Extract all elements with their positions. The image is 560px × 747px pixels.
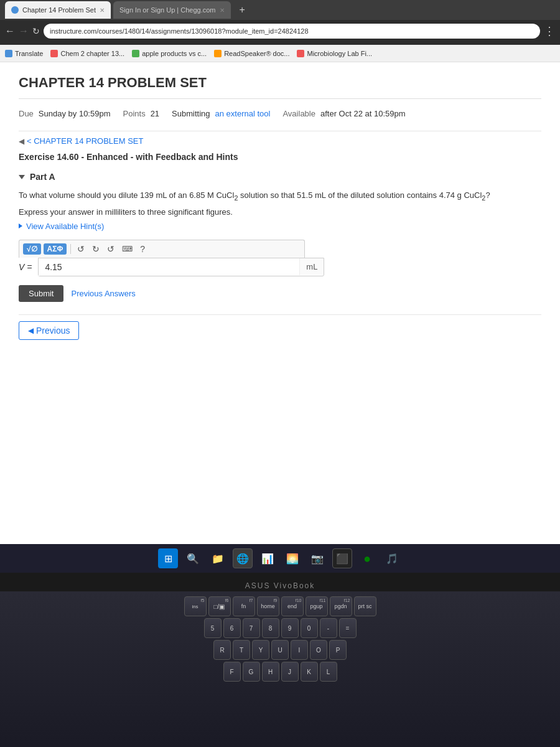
key-g[interactable]: G	[243, 662, 260, 682]
part-label: Part A	[30, 172, 55, 182]
math-toolbar-btn[interactable]: √∅	[23, 243, 41, 255]
taskbar-terminal-icon[interactable]: ⬛	[332, 548, 352, 568]
key-minus[interactable]: -	[320, 618, 337, 638]
key-r[interactable]: R	[213, 640, 231, 660]
key-pgdn[interactable]: pgdnf12	[330, 596, 352, 616]
taskbar-browser-icon[interactable]: 🌐	[233, 548, 253, 568]
fn-key-row: insf5 f6□/▣ f7fn homef9 endf10 pgupf11 p…	[6, 596, 554, 616]
view-hints[interactable]: View Available Hint(s)	[19, 222, 541, 231]
tab-label-chegg: Sign In or Sign Up | Chegg.com	[119, 6, 216, 14]
help-btn[interactable]: ?	[138, 243, 147, 255]
key-j[interactable]: J	[281, 662, 299, 682]
key-7[interactable]: 7	[243, 618, 260, 638]
key-home[interactable]: homef9	[257, 596, 279, 616]
key-prt[interactable]: prt sc	[354, 596, 376, 616]
menu-button[interactable]: ⋮	[544, 24, 555, 38]
tab-new[interactable]: +	[233, 1, 251, 19]
keyboard-icon-btn[interactable]: ⌨	[119, 243, 135, 255]
bookmark-chem[interactable]: Chem 2 chapter 13...	[50, 50, 124, 57]
taskbar-camera-icon[interactable]: 📷	[307, 548, 327, 568]
bookmark-translate-label: Translate	[15, 50, 43, 57]
submitting-item: Submitting an external tool	[172, 109, 270, 118]
qwerty-row1: R T Y U I O P	[6, 640, 554, 660]
taskbar-photo-icon[interactable]: 🌅	[282, 548, 302, 568]
tab-chapter14[interactable]: Chapter 14 Problem Set ✕	[5, 1, 111, 19]
key-f[interactable]: F	[223, 662, 241, 682]
answer-toolbar: √∅ AΣΦ ↺ ↻ ↺ ⌨ ?	[19, 240, 305, 258]
taskbar-windows-icon[interactable]: ⊞	[158, 548, 178, 568]
key-0[interactable]: 0	[301, 618, 318, 638]
answer-row: V = mL	[19, 258, 541, 276]
key-p[interactable]: P	[329, 640, 347, 660]
address-bar[interactable]: instructure.com/courses/1480/14/assignme…	[44, 24, 540, 39]
due-label: Due	[19, 109, 34, 118]
speaker-icon	[214, 50, 222, 57]
points-label: Points	[123, 109, 146, 118]
bookmark-readspeaker[interactable]: ReadSpeaker® doc...	[214, 50, 289, 57]
bookmark-translate[interactable]: Translate	[5, 50, 43, 57]
taskbar-chrome-icon[interactable]: ●	[357, 548, 377, 568]
key-5[interactable]: 5	[204, 618, 222, 638]
key-end[interactable]: endf10	[281, 596, 304, 616]
key-f6[interactable]: f6□/▣	[208, 596, 231, 616]
sigma-toolbar-btn[interactable]: AΣΦ	[44, 243, 67, 255]
part-section: Part A To what volume should you dilute …	[19, 172, 541, 302]
key-6[interactable]: 6	[223, 618, 241, 638]
question-text: To what volume should you dilute 139 mL …	[19, 189, 529, 204]
keyboard: insf5 f6□/▣ f7fn homef9 endf10 pgupf11 p…	[0, 591, 560, 747]
bookmark-readspeaker-label: ReadSpeaker® doc...	[224, 50, 289, 57]
asus-vivobook-label: ASUS VivoBook	[245, 581, 315, 590]
key-h[interactable]: H	[262, 662, 279, 682]
key-i[interactable]: I	[291, 640, 308, 660]
toolbar-separator	[70, 244, 71, 254]
bookmark-microbiology[interactable]: Microbiology Lab Fi...	[297, 50, 372, 57]
key-pgup[interactable]: pgupf11	[306, 596, 328, 616]
bookmark-apple[interactable]: apple products vs c...	[132, 50, 207, 57]
key-t[interactable]: T	[233, 640, 250, 660]
key-o[interactable]: O	[310, 640, 327, 660]
taskbar-files-icon[interactable]: 📁	[208, 548, 228, 568]
undo-btn[interactable]: ↺	[75, 243, 87, 255]
tab-chegg[interactable]: Sign In or Sign Up | Chegg.com ✕	[113, 1, 231, 19]
previous-answers-link[interactable]: Previous Answers	[71, 289, 135, 298]
key-u[interactable]: U	[271, 640, 289, 660]
taskbar-media-icon[interactable]: 📊	[258, 548, 278, 568]
microbiology-icon	[297, 50, 304, 57]
part-header[interactable]: Part A	[19, 172, 541, 182]
previous-nav-button[interactable]: ◀ Previous	[19, 321, 79, 340]
answer-input[interactable]	[39, 258, 299, 276]
key-k[interactable]: K	[301, 662, 318, 682]
taskbar-search-icon[interactable]: 🔍	[183, 548, 203, 568]
key-y[interactable]: Y	[252, 640, 269, 660]
key-f7[interactable]: f7fn	[233, 596, 255, 616]
submitting-label: Submitting	[172, 109, 210, 118]
asdf-row: F G H J K L	[6, 662, 554, 682]
forward-button[interactable]: →	[19, 26, 29, 37]
breadcrumb[interactable]: ◀ < CHAPTER 14 PROBLEM SET	[19, 136, 541, 146]
meta-row: Due Sunday by 10:59pm Points 21 Submitti…	[19, 109, 541, 118]
back-button[interactable]: ←	[5, 26, 15, 37]
reload-icon-btn[interactable]: ↺	[105, 243, 117, 255]
address-bar-row: ← → ↻ instructure.com/courses/1480/14/as…	[0, 20, 560, 42]
reload-button[interactable]: ↻	[32, 26, 40, 36]
key-l[interactable]: L	[320, 662, 337, 682]
key-ins[interactable]: insf5	[184, 596, 207, 616]
redo-btn[interactable]: ↻	[90, 243, 102, 255]
key-equals[interactable]: =	[339, 618, 357, 638]
hint-arrow-icon	[19, 223, 22, 228]
bookmark-apple-label: apple products vs c...	[142, 50, 207, 57]
part-arrow-icon	[19, 175, 25, 179]
tab-close-active[interactable]: ✕	[100, 7, 105, 14]
taskbar-music-icon[interactable]: 🎵	[382, 548, 402, 568]
browser-chrome: Chapter 14 Problem Set ✕ Sign In or Sign…	[0, 0, 560, 45]
key-8[interactable]: 8	[262, 618, 279, 638]
submit-button[interactable]: Submit	[19, 285, 63, 302]
key-9[interactable]: 9	[281, 618, 299, 638]
bookmark-microbiology-label: Microbiology Lab Fi...	[307, 50, 372, 57]
divider-bottom	[19, 314, 541, 315]
view-hints-label: View Available Hint(s)	[26, 222, 104, 231]
tab-label-active: Chapter 14 Problem Set	[22, 6, 96, 14]
tab-close-chegg[interactable]: ✕	[220, 7, 225, 14]
available-value: after Oct 22 at 10:59pm	[320, 109, 406, 118]
exercise-title: Exercise 14.60 - Enhanced - with Feedbac…	[19, 152, 541, 162]
